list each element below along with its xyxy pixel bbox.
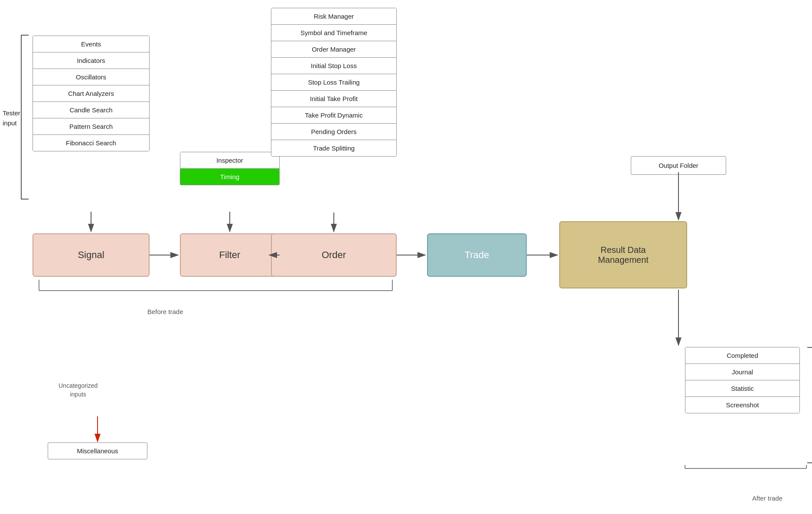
signal-label: Signal [78, 249, 104, 261]
result-data-box: Result Data Management [559, 221, 687, 288]
order-item-risk-manager: Risk Manager [271, 8, 396, 25]
input-item-pattern-search: Pattern Search [33, 118, 149, 135]
file-output-journal: Journal [685, 364, 799, 380]
order-item-trade-splitting: Trade Splitting [271, 140, 396, 156]
trade-label: Trade [465, 249, 489, 261]
filter-list: Inspector Timing [180, 152, 280, 185]
filter-label: Filter [219, 249, 241, 261]
misc-label: Miscellaneous [77, 447, 118, 455]
order-item-pending-orders: Pending Orders [271, 124, 396, 140]
file-output-list: Completed Journal Statistic Screenshot [685, 347, 800, 413]
order-list: Risk Manager Symbol and Timeframe Order … [271, 8, 397, 157]
order-label: Order [322, 249, 346, 261]
order-item-stop-loss-trailing: Stop Loss Trailing [271, 74, 396, 91]
filter-box: Filter [180, 233, 280, 277]
order-item-symbol-timeframe: Symbol and Timeframe [271, 25, 396, 41]
output-folder-box: Output Folder [631, 156, 726, 175]
output-folder-label: Output Folder [659, 162, 698, 169]
filter-item-timing: Timing [180, 169, 279, 185]
input-item-oscillators: Oscillators [33, 69, 149, 85]
input-item-chart-analyzers: Chart Analyzers [33, 85, 149, 102]
file-output-statistic: Statistic [685, 380, 799, 397]
tester-bracket [21, 35, 29, 200]
order-box: Order [271, 233, 397, 277]
after-trade-label: After trade [752, 494, 783, 502]
result-data-label: Result Data Management [598, 245, 649, 265]
input-item-events: Events [33, 36, 149, 52]
input-item-indicators: Indicators [33, 52, 149, 69]
order-item-initial-stop-loss: Initial Stop Loss [271, 58, 396, 74]
uncategorized-label: Uncategorized inputs [59, 382, 98, 399]
trade-box: Trade [427, 233, 527, 277]
tester-input-label: Testerinput [3, 108, 20, 128]
input-item-fibonacci-search: Fibonacci Search [33, 135, 149, 151]
diagram-container: Testerinput Events Indicators Oscillator… [0, 0, 812, 514]
order-item-initial-take-profit: Initial Take Profit [271, 91, 396, 107]
misc-box: Miscellaneous [48, 442, 147, 459]
before-trade-label: Before trade [147, 308, 183, 315]
order-item-take-profit-dynamic: Take Profit Dynamic [271, 107, 396, 124]
file-output-bracket [807, 347, 812, 463]
input-item-candle-search: Candle Search [33, 102, 149, 118]
file-output-completed: Completed [685, 347, 799, 364]
order-item-order-manager: Order Manager [271, 41, 396, 58]
signal-box: Signal [33, 233, 150, 277]
filter-item-inspector: Inspector [180, 152, 279, 169]
input-list: Events Indicators Oscillators Chart Anal… [33, 36, 150, 151]
file-output-screenshot: Screenshot [685, 397, 799, 413]
